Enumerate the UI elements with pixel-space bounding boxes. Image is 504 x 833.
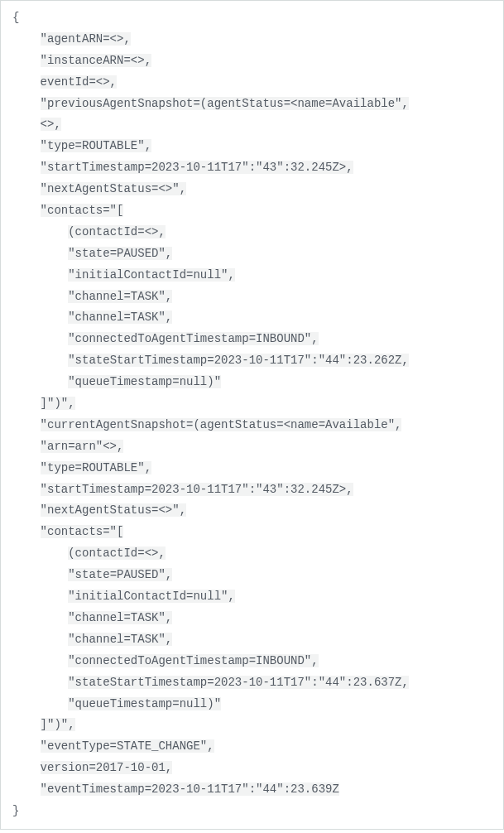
code-line: { bbox=[12, 7, 492, 29]
code-indent bbox=[12, 440, 41, 453]
code-text: "stateStartTimestamp=2023-10-11T17":"44"… bbox=[68, 676, 409, 689]
code-text: "connectedToAgentTimestamp=INBOUND", bbox=[68, 332, 318, 345]
code-line: "contacts="[ bbox=[12, 200, 492, 222]
code-line: "state=PAUSED", bbox=[12, 565, 492, 586]
code-indent bbox=[12, 268, 68, 282]
code-block: { "agentARN=<>, "instanceARN=<>, eventId… bbox=[0, 0, 504, 830]
code-text: ]")", bbox=[41, 718, 75, 731]
code-indent bbox=[12, 139, 41, 152]
code-text: "previousAgentSnapshot=(agentStatus=<nam… bbox=[41, 97, 409, 110]
code-indent bbox=[12, 375, 68, 388]
code-text: "queueTimestamp=null)" bbox=[68, 375, 221, 388]
code-text: "initialContactId=null", bbox=[68, 268, 235, 282]
code-text: ]")", bbox=[41, 397, 75, 410]
code-indent bbox=[12, 332, 68, 345]
code-line: "arn=arn"<>, bbox=[12, 436, 492, 458]
code-text: "nextAgentStatus=<>", bbox=[41, 182, 186, 195]
code-text: "type=ROUTABLE", bbox=[41, 461, 151, 474]
code-text: "stateStartTimestamp=2023-10-11T17":"44"… bbox=[68, 354, 409, 367]
code-indent bbox=[12, 354, 68, 367]
code-text: "nextAgentStatus=<>", bbox=[41, 503, 186, 517]
code-text: "instanceARN=<>, bbox=[41, 54, 151, 67]
code-line: "startTimestamp=2023-10-11T17":"43":32.2… bbox=[12, 479, 492, 501]
code-indent bbox=[12, 568, 68, 581]
code-line: "queueTimestamp=null)" bbox=[12, 372, 492, 393]
code-line: (contactId=<>, bbox=[12, 222, 492, 243]
code-line: "initialContactId=null", bbox=[12, 265, 492, 286]
code-indent bbox=[12, 697, 68, 710]
code-indent bbox=[12, 761, 41, 774]
code-text: "currentAgentSnapshot=(agentStatus=<name… bbox=[41, 418, 402, 431]
code-text: "contacts="[ bbox=[41, 204, 124, 217]
code-line: "type=ROUTABLE", bbox=[12, 458, 492, 479]
code-line: <>, bbox=[12, 114, 492, 136]
code-line: } bbox=[12, 801, 492, 822]
code-text: "connectedToAgentTimestamp=INBOUND", bbox=[68, 654, 318, 667]
code-line: "contacts="[ bbox=[12, 522, 492, 543]
code-text: "eventType=STATE_CHANGE", bbox=[41, 739, 214, 753]
code-indent bbox=[12, 118, 41, 131]
code-text: "channel=TASK", bbox=[68, 611, 172, 624]
code-indent bbox=[12, 739, 41, 753]
code-text: } bbox=[12, 804, 19, 817]
code-text: "state=PAUSED", bbox=[68, 247, 172, 260]
code-indent bbox=[12, 97, 41, 110]
code-line: "channel=TASK", bbox=[12, 307, 492, 329]
code-line: "type=ROUTABLE", bbox=[12, 136, 492, 157]
code-text: "type=ROUTABLE", bbox=[41, 139, 151, 152]
code-line: "stateStartTimestamp=2023-10-11T17":"44"… bbox=[12, 350, 492, 372]
code-line: "initialContactId=null", bbox=[12, 586, 492, 608]
code-text: "startTimestamp=2023-10-11T17":"43":32.2… bbox=[41, 483, 353, 496]
code-indent bbox=[12, 247, 68, 260]
code-indent bbox=[12, 525, 41, 538]
code-text: { bbox=[12, 11, 19, 24]
code-text: "state=PAUSED", bbox=[68, 568, 172, 581]
code-line: eventId=<>, bbox=[12, 72, 492, 94]
code-line: "eventType=STATE_CHANGE", bbox=[12, 736, 492, 758]
code-text: "channel=TASK", bbox=[68, 311, 172, 324]
code-text: "channel=TASK", bbox=[68, 633, 172, 646]
code-line: "eventTimestamp=2023-10-11T17":"44":23.6… bbox=[12, 779, 492, 801]
code-indent bbox=[12, 633, 68, 646]
code-text: "queueTimestamp=null)" bbox=[68, 697, 221, 710]
code-line: "connectedToAgentTimestamp=INBOUND", bbox=[12, 329, 492, 350]
code-indent bbox=[12, 503, 41, 517]
code-line: "queueTimestamp=null)" bbox=[12, 694, 492, 715]
code-text: <>, bbox=[41, 118, 61, 131]
code-line: ]")", bbox=[12, 715, 492, 736]
code-line: "previousAgentSnapshot=(agentStatus=<nam… bbox=[12, 94, 492, 115]
code-text: "channel=TASK", bbox=[68, 290, 172, 303]
code-line: ]")", bbox=[12, 393, 492, 415]
code-indent bbox=[12, 161, 41, 174]
code-text: "contacts="[ bbox=[41, 525, 124, 538]
code-line: (contactId=<>, bbox=[12, 543, 492, 565]
code-indent bbox=[12, 547, 68, 560]
code-line: "nextAgentStatus=<>", bbox=[12, 500, 492, 522]
code-line: "stateStartTimestamp=2023-10-11T17":"44"… bbox=[12, 672, 492, 694]
code-line: "connectedToAgentTimestamp=INBOUND", bbox=[12, 651, 492, 672]
code-line: "channel=TASK", bbox=[12, 629, 492, 651]
code-text: "arn=arn"<>, bbox=[41, 440, 124, 453]
code-line: version=2017-10-01, bbox=[12, 758, 492, 779]
code-indent bbox=[12, 311, 68, 324]
code-line: "channel=TASK", bbox=[12, 286, 492, 308]
code-indent bbox=[12, 611, 68, 624]
code-indent bbox=[12, 483, 41, 496]
code-line: "instanceARN=<>, bbox=[12, 51, 492, 72]
code-line: "agentARN=<>, bbox=[12, 29, 492, 51]
code-indent bbox=[12, 182, 41, 195]
code-text: eventId=<>, bbox=[41, 75, 117, 89]
code-text: "agentARN=<>, bbox=[41, 32, 131, 46]
code-indent bbox=[12, 397, 41, 410]
code-text: "eventTimestamp=2023-10-11T17":"44":23.6… bbox=[41, 782, 339, 796]
code-line: "nextAgentStatus=<>", bbox=[12, 179, 492, 200]
code-line: "currentAgentSnapshot=(agentStatus=<name… bbox=[12, 415, 492, 436]
code-indent bbox=[12, 54, 41, 67]
code-indent bbox=[12, 718, 41, 731]
code-text: (contactId=<>, bbox=[68, 225, 166, 238]
code-line: "state=PAUSED", bbox=[12, 243, 492, 265]
code-indent bbox=[12, 204, 41, 217]
code-indent bbox=[12, 225, 68, 238]
code-indent bbox=[12, 590, 68, 603]
code-line: "startTimestamp=2023-10-11T17":"43":32.2… bbox=[12, 157, 492, 179]
